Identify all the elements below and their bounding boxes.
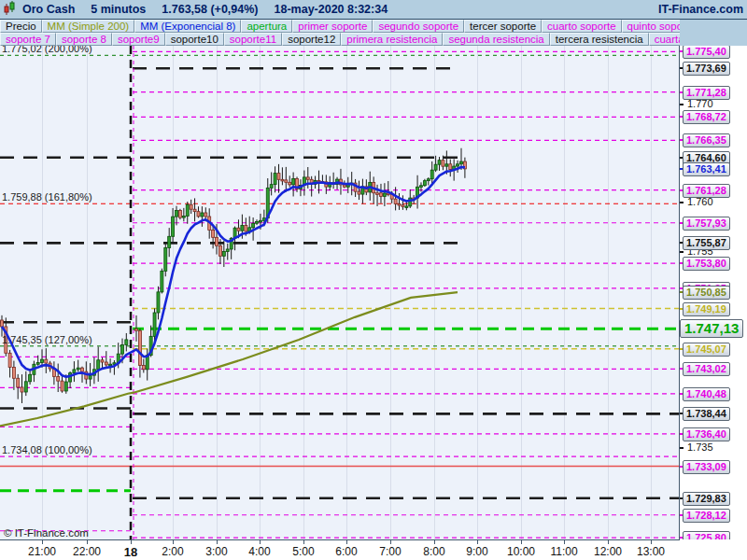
candle-up — [73, 370, 76, 373]
candle-up — [36, 363, 39, 365]
time-axis-label: 13:00 — [637, 545, 665, 558]
candle-down — [306, 177, 309, 179]
candle-up — [157, 292, 160, 313]
legend-item-primer-soporte[interactable]: primer soporte — [292, 20, 373, 33]
candle-down — [285, 180, 288, 182]
legend-item-quinto-soporte[interactable]: quinto soporte — [622, 20, 680, 33]
datetime-label: 18-may-2020 8:32:34 — [275, 3, 388, 16]
candle-up — [270, 185, 273, 189]
price-level-label: 1.736,40 — [683, 427, 730, 441]
candle-down — [101, 360, 104, 362]
candle-down — [21, 387, 23, 392]
candle-down — [105, 362, 107, 365]
time-axis-label: 6:00 — [335, 545, 357, 558]
legend-item-tercera-resistencia[interactable]: tercera resistencia — [550, 33, 649, 46]
price-level-label: 1.738,44 — [683, 407, 730, 421]
candle-down — [17, 378, 20, 387]
candle-down — [394, 199, 397, 203]
candle-up — [274, 174, 276, 185]
candle-down — [12, 367, 15, 378]
candle-down — [204, 213, 207, 217]
candle-down — [449, 164, 452, 170]
fibonacci-label: 1.775,02 (200,00%) — [2, 46, 92, 54]
candle-up — [405, 206, 408, 208]
legend-item-precio[interactable]: Precio — [0, 20, 42, 33]
time-axis-label: 4:00 — [248, 545, 270, 558]
price-tick — [680, 447, 684, 449]
time-axis-label: 2:00 — [162, 545, 183, 558]
indicator-legend-row-1: PrecioMM (Simple 200)MM (Exponencial 8)a… — [0, 20, 747, 33]
price-axis[interactable]: 1.7701.7601.7551.7351.775,401.773,691.77… — [680, 46, 747, 560]
candle-up — [256, 222, 259, 224]
candle-up — [222, 252, 225, 257]
time-tick — [434, 540, 435, 544]
candle-down — [402, 205, 404, 207]
legend-item-tercer-soporte[interactable]: tercer soporte — [464, 20, 542, 33]
time-tick — [608, 540, 609, 544]
legend-item-soporte-8[interactable]: soporte 8 — [56, 33, 112, 46]
time-axis-label: 3:00 — [205, 545, 227, 558]
legend-item-primera-resistencia[interactable]: primera resistencia — [341, 33, 443, 46]
candle-down — [277, 174, 280, 180]
candle-up — [434, 164, 437, 170]
price-level-label: 1.773,69 — [683, 62, 730, 76]
candle-up — [77, 368, 79, 370]
candle-down — [442, 161, 444, 167]
time-tick — [173, 540, 174, 544]
candle-up — [89, 375, 92, 379]
price-level-label: 1.740,48 — [683, 387, 730, 401]
candle-up — [252, 223, 255, 228]
legend-item-mm-simple-200-[interactable]: MM (Simple 200) — [42, 20, 135, 33]
fibonacci-label: 1.759,88 (161,80%) — [2, 191, 92, 203]
time-axis-label: 9:00 — [466, 545, 487, 558]
candle-down — [190, 204, 192, 209]
candle-down — [379, 193, 382, 197]
candle-up — [24, 382, 27, 392]
chart-watermark: © IT-Finance.com — [4, 527, 89, 539]
price-level-label: 1.729,83 — [683, 492, 730, 506]
legend-item-segundo-soporte[interactable]: segundo soporte — [373, 20, 464, 33]
candle-down — [142, 365, 145, 369]
time-axis-label: 11:00 — [550, 545, 577, 558]
candle-up — [241, 225, 244, 231]
candle-up — [121, 344, 124, 354]
candle-up — [459, 161, 462, 164]
candle-up — [427, 179, 430, 181]
candle-down — [212, 231, 215, 238]
brand-label: IT-Finance.com — [658, 3, 743, 16]
candle-up — [125, 340, 128, 345]
legend-item-soporte12[interactable]: soporte12 — [282, 33, 341, 46]
legend-item-segunda-resistencia[interactable]: segunda resistencia — [443, 33, 549, 46]
price-level-label: 1.753,80 — [683, 257, 730, 271]
indicator-legend-row-2: soporte 7soporte 8soporte9soporte10sopor… — [0, 33, 747, 47]
candle-up — [64, 382, 67, 391]
price-level-label: 1.750,85 — [683, 286, 730, 300]
legend-item-soporte10[interactable]: soporte10 — [165, 33, 224, 46]
legend-item-soporte11[interactable]: soporte11 — [224, 33, 282, 46]
time-axis[interactable]: 21:0022:00182:003:004:005:006:007:008:00… — [0, 539, 680, 560]
legend-item-soporte9[interactable]: soporte9 — [112, 33, 165, 46]
price-level-label: 1.757,93 — [683, 217, 730, 231]
time-axis-label: 21:00 — [28, 545, 56, 558]
price-tick — [680, 104, 684, 105]
candle-up — [176, 211, 178, 217]
candle-down — [178, 211, 181, 218]
price-axis-tick-label: 1.760 — [684, 196, 716, 208]
legend-item-soporte-7[interactable]: soporte 7 — [0, 33, 56, 46]
legend-item-cuarta-resistencia[interactable]: cuarta resistencia — [649, 33, 680, 46]
legend-item-apertura[interactable]: apertura — [241, 20, 292, 33]
candle-up — [109, 364, 112, 366]
legend-item-cuarto-soporte[interactable]: cuarto soporte — [542, 20, 622, 33]
candle-up — [161, 271, 163, 291]
candle-down — [358, 191, 360, 194]
price-chart-plot[interactable]: 1.775,02 (200,00%)1.759,88 (161,80%)1.74… — [0, 46, 680, 539]
candle-down — [45, 359, 48, 363]
time-tick — [564, 540, 565, 544]
instrument-name: Oro Cash — [22, 3, 75, 16]
legend-item-mm-exponencial-8-[interactable]: MM (Exponencial 8) — [134, 20, 241, 33]
candle-up — [41, 359, 44, 362]
candlestick-logo-icon — [4, 0, 16, 20]
candle-down — [138, 330, 141, 365]
candle-down — [281, 179, 284, 181]
price-level-label: 1.728,12 — [683, 509, 730, 523]
